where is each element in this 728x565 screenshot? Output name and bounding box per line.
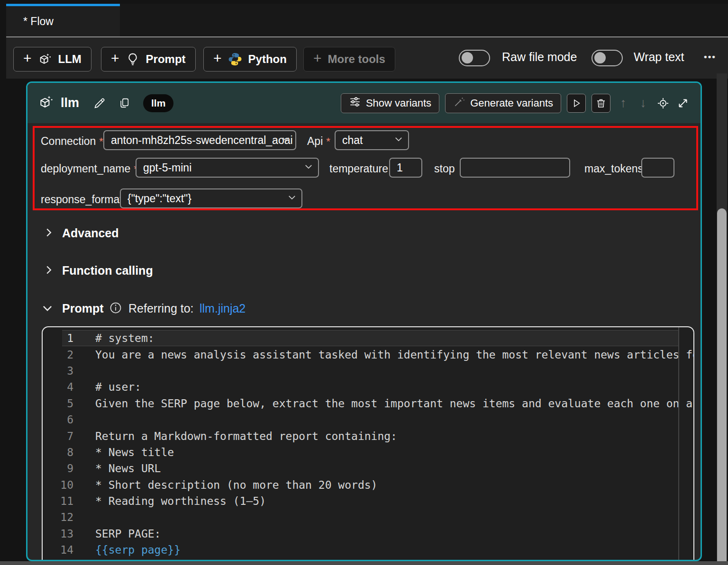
add-python-button[interactable]: + Python [203, 47, 297, 72]
add-prompt-label: Prompt [146, 53, 186, 66]
referring-to-label: Referring to: [128, 302, 194, 315]
toggle-knob [462, 52, 473, 63]
deployment-name-dropdown[interactable]: gpt-5-mini [136, 158, 319, 178]
code-text: SERP PAGE: [95, 528, 693, 540]
node-type-badge: llm [143, 94, 173, 112]
prompt-code-editor[interactable]: 1# system:2You are a news analysis assis… [42, 326, 694, 561]
editor-line[interactable]: 12 [43, 509, 693, 525]
temperature-input[interactable] [389, 158, 422, 178]
code-text: * Short description (no more than 20 wor… [95, 479, 693, 491]
editor-line[interactable]: 3 [43, 363, 693, 379]
editor-line[interactable]: 4# user: [43, 379, 693, 395]
editor-lines: 1# system:2You are a news analysis assis… [43, 328, 693, 561]
editor-column-ruler [678, 327, 679, 561]
chevron-down-icon [304, 161, 313, 174]
stop-label: stop [434, 162, 455, 175]
editor-line[interactable]: 7Return a Markdown-formatted report cont… [43, 428, 693, 444]
node-header-actions: Show variants Generate variants ↑ ↓ [341, 93, 690, 113]
deployment-name-value: gpt-5-mini [143, 161, 191, 174]
show-variants-label: Show variants [366, 97, 431, 109]
wrap-text-toggle[interactable] [592, 50, 623, 66]
code-text: * News title [95, 446, 693, 458]
temperature-label: temperature [329, 162, 388, 175]
generate-variants-label: Generate variants [470, 97, 553, 109]
editor-line[interactable]: 9* News URL [43, 460, 693, 476]
edit-name-icon[interactable] [93, 97, 106, 110]
tab-flow[interactable]: * Flow [6, 4, 120, 36]
function-calling-section-header[interactable]: Function calling [62, 264, 153, 278]
prompt-section-header[interactable]: Prompt [62, 302, 104, 315]
delete-node-button[interactable] [592, 94, 610, 113]
overflow-menu-button[interactable]: ••• [704, 52, 716, 62]
prompt-chevron-icon[interactable] [41, 302, 54, 316]
api-dropdown[interactable]: chat [335, 130, 409, 150]
llm-cube-icon [38, 94, 54, 112]
raw-file-mode-label: Raw file mode [502, 50, 577, 64]
response-format-value: {"type":"text"} [127, 192, 191, 205]
line-number: 5 [43, 397, 73, 410]
info-icon[interactable] [109, 301, 122, 316]
sliders-icon [349, 96, 361, 111]
generate-variants-button[interactable]: Generate variants [445, 93, 561, 113]
editor-line[interactable]: 8* News title [43, 444, 693, 460]
required-marker: * [326, 135, 330, 147]
response-format-dropdown[interactable]: {"type":"text"} [120, 188, 302, 208]
line-number: 11 [43, 495, 73, 507]
editor-line[interactable]: 14{{serp_page}} [43, 542, 693, 558]
magic-wand-icon [453, 96, 465, 111]
line-number: 12 [43, 511, 73, 523]
line-number: 7 [43, 430, 73, 442]
tab-flow-label: * Flow [23, 15, 54, 28]
add-python-label: Python [248, 53, 287, 66]
editor-line[interactable]: 13SERP PAGE: [43, 526, 693, 542]
chevron-down-icon [394, 134, 403, 147]
add-llm-label: LLM [58, 53, 82, 66]
move-down-button[interactable]: ↓ [636, 96, 650, 110]
show-variants-button[interactable]: Show variants [341, 93, 439, 113]
api-value: chat [342, 134, 363, 147]
window-bottom-edge [0, 561, 728, 565]
copy-icon[interactable] [118, 97, 130, 109]
editor-line[interactable]: 6 [43, 412, 693, 428]
connection-value: anton-mh8zh25s-swedencentral_aoai [111, 134, 293, 147]
jinja-file-link[interactable]: llm.jinja2 [200, 302, 246, 315]
editor-line[interactable]: 5Given the SERP page below, extract the … [43, 395, 693, 412]
expand-node-icon[interactable] [676, 97, 690, 110]
editor-line[interactable]: 2You are a news analysis assistant taske… [43, 346, 693, 362]
wrap-text-label: Wrap text [634, 50, 684, 64]
scrollbar-thumb[interactable] [717, 208, 727, 565]
code-text: You are a news analysis assistant tasked… [95, 349, 693, 361]
lightbulb-icon [126, 52, 140, 66]
chevron-down-icon [287, 192, 297, 205]
api-label: Api* [307, 135, 330, 148]
locate-node-icon[interactable] [656, 97, 670, 110]
add-llm-button[interactable]: + LLM [13, 47, 91, 72]
more-tools-button[interactable]: + More tools [303, 47, 395, 72]
add-prompt-button[interactable]: + Prompt [101, 47, 196, 72]
code-text: # system: [95, 332, 693, 344]
line-number: 8 [43, 446, 73, 458]
line-number: 2 [43, 349, 73, 361]
python-icon [228, 52, 242, 66]
line-number: 6 [43, 413, 73, 426]
code-text: * Reading worthiness (1–5) [95, 495, 693, 507]
editor-line[interactable]: 1# system: [43, 330, 693, 346]
move-up-button[interactable]: ↑ [616, 96, 630, 110]
connection-dropdown[interactable]: anton-mh8zh25s-swedencentral_aoai [103, 130, 296, 150]
node-title: llm [61, 96, 79, 110]
advanced-section-header[interactable]: Advanced [62, 226, 118, 240]
code-text: # user: [95, 381, 693, 393]
editor-line[interactable]: 10* Short description (no more than 20 w… [43, 477, 693, 493]
code-text: * News URL [95, 462, 693, 475]
advanced-chevron-icon[interactable] [43, 227, 55, 240]
raw-file-mode-toggle[interactable] [459, 50, 490, 66]
tab-bar: * Flow [6, 4, 728, 36]
stop-input[interactable] [460, 158, 570, 178]
run-node-button[interactable] [567, 94, 586, 113]
response-format-label: response_format [41, 193, 123, 206]
editor-line[interactable]: 11* Reading worthiness (1–5) [43, 493, 693, 509]
plus-icon: + [213, 51, 222, 65]
function-calling-chevron-icon[interactable] [43, 264, 55, 278]
max-tokens-input[interactable] [641, 158, 674, 178]
line-number: 1 [43, 332, 73, 344]
